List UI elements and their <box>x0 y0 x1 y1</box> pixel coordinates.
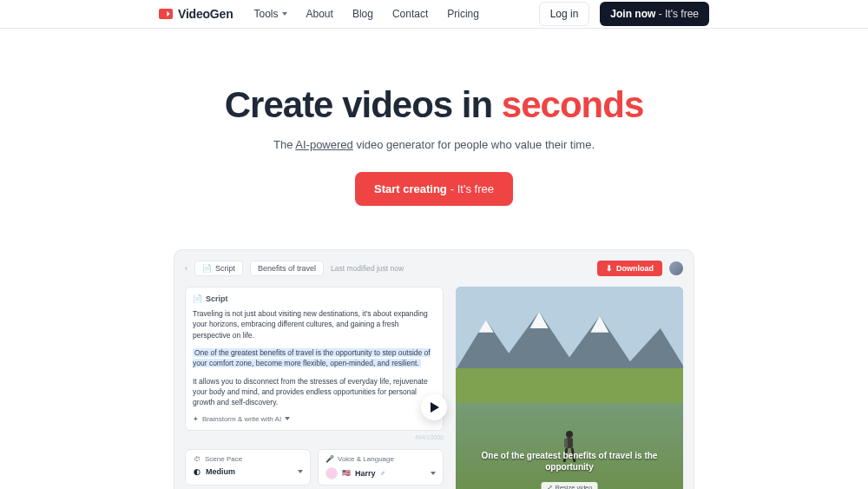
brand-text: VideoGen <box>178 7 233 21</box>
file-icon: 📄 <box>202 264 212 273</box>
primary-nav: Tools About Blog Contact Pricing <box>254 8 539 20</box>
script-paragraph-2-selected[interactable]: One of the greatest benefits of travel i… <box>193 348 431 367</box>
hero-title: Create videos in seconds <box>0 84 868 126</box>
nav-pricing-label: Pricing <box>447 8 479 20</box>
nav-about-label: About <box>306 8 333 20</box>
scene-pace-card[interactable]: ⏱Scene Pace ◐ Medium <box>185 449 311 486</box>
scene-pace-value: Medium <box>206 467 235 476</box>
script-paragraph-1[interactable]: Traveling is not just about visiting new… <box>193 308 436 340</box>
brand-icon <box>159 9 173 19</box>
crumb-title[interactable]: Benefits of travel <box>250 261 324 276</box>
chevron-down-icon <box>285 417 290 420</box>
brand[interactable]: VideoGen <box>159 7 233 21</box>
video-preview[interactable]: One of the greatest benefits of travel i… <box>456 287 683 489</box>
script-icon: 📄 <box>193 294 202 303</box>
nav-about[interactable]: About <box>306 8 333 20</box>
hero: Create videos in seconds The AI-powered … <box>0 29 868 206</box>
download-icon: ⬇ <box>606 264 613 273</box>
cta-label: Start creating <box>374 182 447 195</box>
resize-icon: ⤢ <box>547 484 553 489</box>
brainstorm-label: Brainstorm & write with AI <box>202 415 281 423</box>
voice-avatar <box>326 467 338 479</box>
mic-icon: 🎤 <box>326 455 334 464</box>
last-modified: Last modified just now <box>331 264 404 273</box>
voice-language-card[interactable]: 🎤Voice & Language 🇺🇸 Harry ♂ <box>318 449 444 486</box>
voice-value: Harry <box>355 469 376 478</box>
start-creating-button[interactable]: Start creating - It's free <box>355 172 513 206</box>
script-paragraph-3[interactable]: It allows you to disconnect from the str… <box>193 376 436 408</box>
script-box: 📄 Script Traveling is not just about vis… <box>185 287 444 431</box>
nav-pricing[interactable]: Pricing <box>447 8 479 20</box>
script-heading-label: Script <box>206 294 228 303</box>
ai-powered-link[interactable]: AI-powered <box>295 138 352 151</box>
cta-suffix: - It's free <box>450 182 494 195</box>
char-counter: 494/10000 <box>185 434 444 440</box>
right-column: One of the greatest benefits of travel i… <box>456 287 683 489</box>
nav-contact-label: Contact <box>392 8 428 20</box>
svg-rect-4 <box>564 439 568 447</box>
preview-scenery <box>456 287 683 403</box>
preview-caption: One of the greatest benefits of travel i… <box>464 450 674 472</box>
play-demo-button[interactable] <box>421 394 447 420</box>
svg-point-2 <box>566 431 573 438</box>
back-icon[interactable]: ‹ <box>185 264 187 273</box>
login-label: Log in <box>550 8 579 20</box>
download-button[interactable]: ⬇ Download <box>597 261 662 276</box>
male-icon: ♂ <box>380 469 386 478</box>
nav-tools-label: Tools <box>254 8 279 20</box>
chevron-down-icon <box>282 12 287 16</box>
join-button[interactable]: Join now - It's free <box>600 2 709 26</box>
demo-panel: ‹ 📄 Script Benefits of travel Last modif… <box>174 249 694 489</box>
download-label: Download <box>616 264 654 273</box>
avatar[interactable] <box>669 261 683 275</box>
sub-a: The <box>273 138 295 151</box>
nav-tools[interactable]: Tools <box>254 8 287 20</box>
nav-contact[interactable]: Contact <box>392 8 428 20</box>
chevron-down-icon <box>431 472 436 475</box>
nav-blog[interactable]: Blog <box>352 8 373 20</box>
login-button[interactable]: Log in <box>539 2 590 26</box>
left-column: 📄 Script Traveling is not just about vis… <box>185 287 444 489</box>
svg-rect-1 <box>456 368 683 403</box>
site-header: VideoGen Tools About Blog Contact Pricin… <box>0 0 868 29</box>
auth-area: Log in Join now - It's free <box>539 2 709 26</box>
hero-title-a: Create videos in <box>225 84 502 125</box>
voice-title: Voice & Language <box>338 455 394 463</box>
chevron-down-icon <box>298 470 303 473</box>
hero-title-b: seconds <box>502 84 643 125</box>
brainstorm-ai-button[interactable]: ✦ Brainstorm & write with AI <box>193 415 290 423</box>
sub-b: video generator for people who value the… <box>353 138 595 151</box>
script-heading: 📄 Script <box>193 294 436 303</box>
join-label: Join now <box>610 8 655 20</box>
crumb-script[interactable]: 📄 Script <box>194 261 243 276</box>
resize-label: Resize video <box>556 484 593 489</box>
nav-blog-label: Blog <box>352 8 373 20</box>
crumb2-label: Benefits of travel <box>258 264 316 273</box>
hero-subtitle: The AI-powered video generator for peopl… <box>0 138 868 151</box>
scene-pace-title: Scene Pace <box>205 455 242 463</box>
crumb1-label: Script <box>215 264 235 273</box>
resize-video-button[interactable]: ⤢ Resize video <box>542 482 598 489</box>
sparkle-icon: ✦ <box>193 415 199 423</box>
gauge-icon: ◐ <box>193 467 201 476</box>
demo-topbar: ‹ 📄 Script Benefits of travel Last modif… <box>185 261 683 276</box>
join-suffix: - It's free <box>655 8 699 20</box>
gauge-icon: ⏱ <box>193 455 201 464</box>
